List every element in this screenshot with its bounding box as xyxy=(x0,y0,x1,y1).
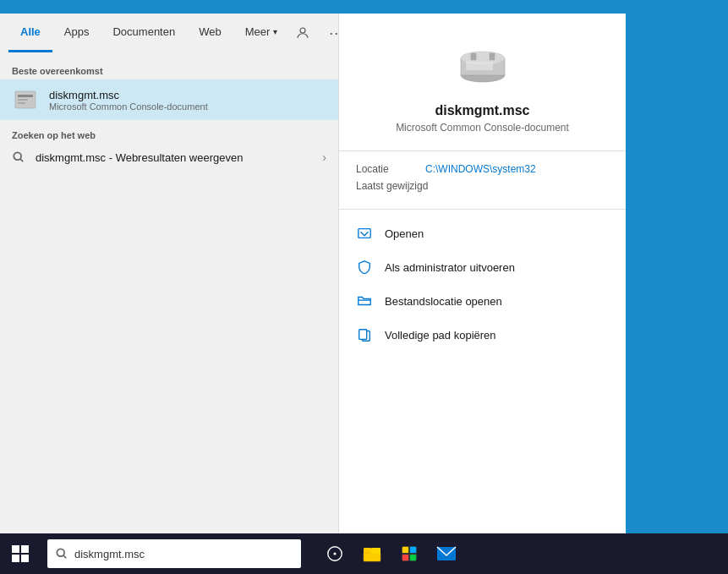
action-copy-path[interactable]: Volledige pad kopiëren xyxy=(339,318,626,352)
mail-button[interactable] xyxy=(430,537,463,571)
person-icon-button[interactable] xyxy=(289,19,316,46)
taskbar-icons xyxy=(308,537,473,571)
tabs-left: Alle Apps Documenten Web Meer ▾ xyxy=(8,14,289,52)
svg-rect-23 xyxy=(371,548,380,554)
tab-meer[interactable]: Meer ▾ xyxy=(233,14,290,52)
detail-actions: Openen Als administrator uitvoeren xyxy=(339,210,626,358)
right-pane: diskmgmt.msc Microsoft Common Console-do… xyxy=(338,14,626,533)
best-match-header: Beste overeenkomst xyxy=(0,61,338,79)
action-copy-path-label: Volledige pad kopiëren xyxy=(385,329,496,342)
taskbar: diskmgmt.msc xyxy=(0,533,728,574)
svg-rect-12 xyxy=(466,62,493,70)
svg-rect-4 xyxy=(18,102,25,104)
msc-file-icon xyxy=(12,86,39,113)
detail-app-icon xyxy=(456,39,510,93)
taskbar-search-bar[interactable]: diskmgmt.msc xyxy=(47,539,301,568)
left-pane: Alle Apps Documenten Web Meer ▾ xyxy=(0,14,338,533)
best-match-text: diskmgmt.msc Microsoft Common Console-do… xyxy=(49,89,208,112)
svg-rect-11 xyxy=(490,53,495,60)
svg-rect-25 xyxy=(402,547,408,553)
tab-web[interactable]: Web xyxy=(187,14,233,52)
action-file-location-label: Bestandslocatie openen xyxy=(385,295,502,308)
action-open[interactable]: Openen xyxy=(339,216,626,250)
svg-point-5 xyxy=(14,152,21,160)
svg-point-20 xyxy=(334,553,336,555)
task-view-icon xyxy=(326,544,344,563)
detail-info: Locatie C:\WINDOWS\system32 Laatst gewij… xyxy=(339,151,626,210)
store-button[interactable] xyxy=(392,537,426,571)
shield-icon xyxy=(356,259,373,276)
chevron-right-icon: › xyxy=(322,150,326,164)
web-search-item[interactable]: diskmgmt.msc - Webresultaten weergeven › xyxy=(0,144,338,171)
location-label: Locatie xyxy=(356,163,415,175)
copy-icon xyxy=(356,326,373,343)
svg-rect-2 xyxy=(18,95,33,97)
modified-label: Laatst gewijzigd xyxy=(356,180,428,192)
detail-subtitle: Microsoft Common Console-document xyxy=(396,122,569,134)
svg-line-18 xyxy=(63,555,66,558)
windows-logo-icon xyxy=(12,545,29,562)
best-match-subtitle: Microsoft Common Console-document xyxy=(49,101,208,112)
action-file-location[interactable]: Bestandslocatie openen xyxy=(339,284,626,318)
detail-title: diskmgmt.msc xyxy=(435,103,529,118)
task-view-button[interactable] xyxy=(318,537,352,571)
file-explorer-button[interactable] xyxy=(355,537,389,571)
svg-line-6 xyxy=(20,159,23,161)
svg-point-0 xyxy=(300,28,305,33)
web-search-header: Zoeken op het web xyxy=(0,125,338,144)
open-icon xyxy=(356,225,373,242)
folder-open-icon xyxy=(356,292,373,309)
file-explorer-icon xyxy=(362,544,382,563)
web-result-title: diskmgmt.msc - Webresultaten weergeven xyxy=(36,151,243,164)
tab-documenten[interactable]: Documenten xyxy=(101,14,187,52)
svg-rect-22 xyxy=(364,553,380,561)
results-area: Beste overeenkomst diskmgmt.msc Microsof… xyxy=(0,52,338,533)
modified-row: Laatst gewijzigd xyxy=(356,180,609,192)
svg-rect-26 xyxy=(410,547,416,553)
svg-rect-10 xyxy=(471,53,476,60)
best-match-item[interactable]: diskmgmt.msc Microsoft Common Console-do… xyxy=(0,79,338,120)
tabs-bar: Alle Apps Documenten Web Meer ▾ xyxy=(0,14,338,52)
chevron-down-icon: ▾ xyxy=(273,27,277,36)
action-runas-label: Als administrator uitvoeren xyxy=(385,261,515,274)
location-row: Locatie C:\WINDOWS\system32 xyxy=(356,163,609,175)
detail-header: diskmgmt.msc Microsoft Common Console-do… xyxy=(339,14,626,151)
action-open-label: Openen xyxy=(385,227,424,240)
taskbar-search-icon xyxy=(56,548,68,560)
taskbar-search-value: diskmgmt.msc xyxy=(74,548,145,560)
mail-icon xyxy=(436,545,457,562)
svg-rect-16 xyxy=(359,330,367,340)
location-value[interactable]: C:\WINDOWS\system32 xyxy=(425,163,536,175)
svg-rect-28 xyxy=(410,555,416,560)
search-magnifier-icon xyxy=(12,150,25,164)
person-icon xyxy=(295,25,310,41)
svg-rect-27 xyxy=(402,555,408,560)
tab-alle[interactable]: Alle xyxy=(8,14,52,52)
svg-rect-13 xyxy=(359,229,370,238)
best-match-title: diskmgmt.msc xyxy=(49,89,208,101)
diskmgmt-icon xyxy=(12,86,39,113)
svg-point-17 xyxy=(57,549,64,556)
svg-rect-3 xyxy=(18,99,28,101)
tab-apps[interactable]: Apps xyxy=(52,14,101,52)
start-button[interactable] xyxy=(0,533,41,574)
action-runas[interactable]: Als administrator uitvoeren xyxy=(339,250,626,284)
store-icon xyxy=(400,544,419,563)
search-panel: Alle Apps Documenten Web Meer ▾ xyxy=(0,14,626,533)
